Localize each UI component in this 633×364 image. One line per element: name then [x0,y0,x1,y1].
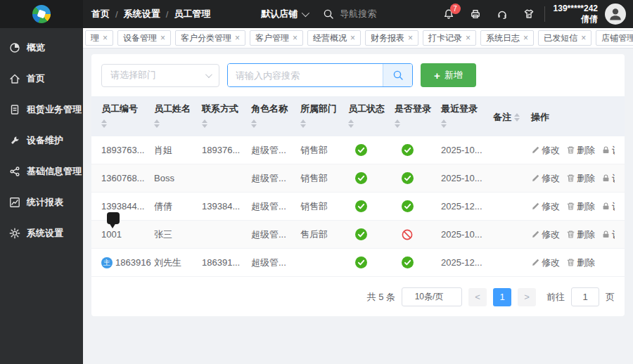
tab-close-icon[interactable]: × [408,34,413,42]
sort-carets[interactable] [154,119,160,128]
sidebar-item[interactable]: 概览 [0,32,83,63]
sort-desc-icon[interactable] [202,124,207,128]
sidebar-item[interactable]: 基础信息管理 [0,156,83,187]
prev-page-button[interactable]: < [468,288,487,306]
cell-last-login: 2025-12... [441,201,493,212]
page-size-select[interactable]: 10条/页 [402,287,462,306]
user-avatar[interactable] [605,4,626,25]
nav-search-input[interactable]: 导航搜索 [323,8,442,20]
sort-asc-icon[interactable] [300,119,306,123]
sort-asc-icon[interactable] [202,119,207,123]
app-logo[interactable] [0,0,83,28]
sidebar-item[interactable]: 统计报表 [0,187,83,218]
tab-item[interactable]: 打卡记录× [423,30,476,46]
sort-asc-icon[interactable] [441,119,447,123]
sort-carets[interactable] [101,119,107,128]
cell-department: 销售部 [300,200,348,213]
sort-desc-icon[interactable] [300,124,306,128]
delete-action-button[interactable]: 删除 [566,172,595,185]
sort-desc-icon[interactable] [441,124,447,128]
sort-asc-icon[interactable] [154,119,160,123]
sort-desc-icon[interactable] [348,124,354,128]
tab-item[interactable]: 经营概况× [307,30,361,46]
edit-action-button[interactable]: 修改 [531,256,560,269]
tab-close-icon[interactable]: × [160,34,165,42]
content-search-group [227,63,413,87]
sidebar-item[interactable]: 租赁业务管理 [0,94,83,125]
tab-close-icon[interactable]: × [350,34,355,42]
sort-carets[interactable] [348,119,354,128]
goto-page-input[interactable] [571,287,599,306]
breadcrumb-item[interactable]: 首页 [91,8,110,20]
breadcrumb-item[interactable]: 员工管理 [174,8,210,20]
column-header: 角色名称 [251,103,300,131]
bell-icon[interactable]: 7 [443,8,454,20]
store-selector[interactable]: 默认店铺 [261,8,307,20]
cell-last-login: 2025-10... [441,145,493,155]
sort-desc-icon[interactable] [154,124,160,128]
gear-icon [9,228,20,239]
tab-item[interactable]: 财务报表× [365,30,418,46]
sidebar-item[interactable]: 首页 [0,63,83,94]
tab-item[interactable]: 设备管理× [117,30,171,46]
column-header: 员工姓名 [154,103,202,131]
sort-carets[interactable] [441,119,447,128]
headset-icon[interactable] [497,8,508,20]
tab-close-icon[interactable]: × [293,34,298,42]
edit-action-button[interactable]: 修改 [531,172,560,185]
next-page-button[interactable]: > [518,288,536,306]
status-ok-icon [355,256,367,268]
edit-action-button[interactable]: 修改 [531,228,560,241]
sidebar-item[interactable]: 系统设置 [0,218,83,249]
set-main-account-button[interactable]: 设为主账户 [601,172,615,185]
clothes-swap-icon[interactable] [523,8,535,20]
edit-action-button[interactable]: 修改 [531,144,560,157]
sort-asc-icon[interactable] [348,119,354,123]
delete-action-button[interactable]: 删除 [566,256,595,269]
delete-action-button[interactable]: 删除 [566,228,595,241]
status-ok-icon [355,172,367,184]
tab-item[interactable]: 店铺管理× [596,30,633,46]
tab-item[interactable]: 已发短信× [538,30,592,46]
page-1-button[interactable]: 1 [493,288,511,306]
printer-icon[interactable] [470,8,481,20]
department-select[interactable]: 请选择部门 [101,64,219,87]
tab-close-icon[interactable]: × [581,34,586,42]
set-main-account-button[interactable]: 设为主账户 [601,228,615,241]
tab-close-icon[interactable]: × [103,34,108,42]
tab-close-icon[interactable]: × [235,34,240,42]
delete-action-button[interactable]: 删除 [566,200,595,213]
sort-asc-icon[interactable] [395,119,400,123]
cell-employee-status [348,228,395,240]
sort-carets[interactable] [251,119,257,128]
search-button[interactable] [383,64,412,86]
tab-item[interactable]: 理× [85,30,113,46]
sort-desc-icon[interactable] [101,124,107,128]
add-employee-button[interactable]: + 新增 [421,63,476,87]
tab-close-icon[interactable]: × [466,34,471,42]
tab-item[interactable]: 系统日志× [480,30,534,46]
table-row: 1360768...Boss超级管...销售部2025-10...修改删除设为主… [91,164,625,193]
sort-desc-icon[interactable] [395,124,400,128]
sort-carets[interactable] [300,119,306,128]
sort-desc-icon[interactable] [514,118,520,122]
sort-desc-icon[interactable] [251,124,257,128]
sort-carets[interactable] [395,119,400,128]
sidebar-item[interactable]: 设备维护 [0,125,83,156]
cell-employee-status [348,256,395,268]
delete-action-button[interactable]: 删除 [566,144,595,157]
set-main-account-button[interactable]: 设为主账户 [601,144,615,157]
sort-carets[interactable] [202,119,207,128]
sort-asc-icon[interactable] [101,119,107,123]
content-search-input[interactable] [228,64,383,86]
sort-asc-icon[interactable] [514,113,520,117]
set-main-account-button[interactable]: 设为主账户 [601,200,615,213]
breadcrumb-item[interactable]: 系统设置 [124,8,160,20]
tab-close-icon[interactable]: × [523,34,528,42]
breadcrumb: 首页/系统设置/员工管理 [91,8,210,20]
edit-action-button[interactable]: 修改 [531,200,560,213]
tab-item[interactable]: 客户管理× [250,30,303,46]
sort-carets[interactable] [514,113,520,122]
tab-item[interactable]: 客户分类管理× [175,30,245,46]
sort-asc-icon[interactable] [251,119,257,123]
